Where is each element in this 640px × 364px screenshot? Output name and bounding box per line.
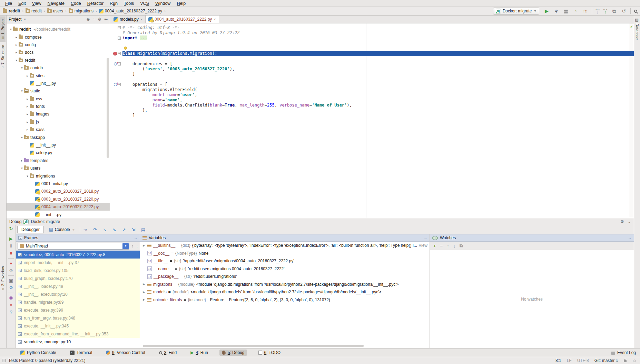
collapse-all-icon[interactable]: ÷ (93, 17, 95, 22)
tree-item-__init__-py[interactable]: __init__.py (7, 141, 110, 149)
toolwindow-switcher-icon[interactable] (2, 359, 6, 362)
toolwindow-button-3-find[interactable]: 3: Find (157, 350, 179, 356)
thread-select[interactable]: MainThread ▼ (18, 243, 129, 250)
variable-row[interactable]: 18__name__ = {str} 'reddit.users.migrati… (140, 265, 430, 273)
frame-row[interactable]: handle, migrate.py:89 (16, 298, 140, 306)
stripe-item-7-structure[interactable]: ⁖7: Structure (0, 42, 6, 70)
stripe-item-1-project[interactable]: ▤1: Project (0, 16, 6, 42)
frame-row[interactable]: __init__, executor.py:20 (16, 290, 140, 298)
tree-expand-arrow[interactable]: ▸ (25, 128, 30, 131)
tree-expand-arrow[interactable]: ▸ (25, 97, 30, 101)
tree-item-migrations[interactable]: ▾migrations (7, 172, 110, 180)
toolwindow-button-6-todo[interactable]: 6: TODO (256, 350, 283, 356)
editor-tab-models-py[interactable]: models.py× (111, 16, 146, 23)
next-frame-button[interactable]: ↓ (136, 244, 138, 249)
tree-expand-arrow[interactable]: ▸ (14, 36, 19, 39)
pause-button[interactable]: ‖ (10, 244, 12, 249)
search-everywhere-icon[interactable] (634, 10, 637, 13)
tree-item-contrib[interactable]: ▾contrib (7, 64, 110, 72)
view-breakpoints-button[interactable]: ● (10, 261, 12, 266)
code-line[interactable]: # Generated by Django 1.9.4 on 2016-03-2… (110, 30, 634, 36)
variable-row[interactable]: 18__doc__ = {NoneType} None (140, 250, 430, 257)
tree-item-images[interactable]: ▸images (7, 110, 110, 118)
tree-item-compose[interactable]: ▸compose (7, 33, 110, 41)
menu-vcs[interactable]: VCS (137, 1, 152, 6)
hide-icon[interactable]: ⌄ (628, 219, 631, 224)
menu-view[interactable]: View (29, 1, 45, 6)
previous-frame-button[interactable]: ↑ (131, 244, 134, 249)
menu-run[interactable]: Run (107, 1, 121, 6)
frame-row[interactable]: load_disk, loader.py:105 (16, 266, 140, 274)
variable-expand-arrow[interactable]: ▶ (142, 291, 146, 294)
tree-item-static[interactable]: ▾static (7, 87, 110, 95)
run-with-coverage-button[interactable]: ▦ (563, 8, 569, 14)
tree-item-0002_auto_20160327_2018-py[interactable]: 0002_auto_20160327_2018.py (7, 188, 110, 195)
lock-icon[interactable] (624, 360, 627, 362)
settings-button[interactable]: ⚙ (9, 285, 13, 290)
tree-expand-arrow[interactable]: ▾ (20, 166, 24, 170)
vcs-branch[interactable]: Git: master (594, 358, 615, 363)
frame-row[interactable]: import_module, __init__.py:37 (16, 259, 140, 266)
frame-row[interactable]: execute, base.py:399 (16, 306, 140, 314)
hide-icon[interactable]: ⇤ (104, 17, 108, 22)
tree-item-fonts[interactable]: ▸fonts (7, 103, 110, 110)
frame-row[interactable]: <module>, 0004_auto_20160327_2222.py:8 (16, 251, 140, 259)
close-tab-icon[interactable]: × (140, 17, 142, 21)
tree-item-sass[interactable]: ▸sass (7, 126, 110, 133)
restore-layout-button[interactable]: ▣ (9, 278, 13, 283)
tree-expand-arrow[interactable]: ▸ (14, 43, 19, 47)
duplicate-watch-button[interactable]: ⧉ (460, 243, 463, 249)
chevron-down-icon[interactable]: ▼ (23, 18, 26, 21)
tree-expand-arrow[interactable]: ▾ (25, 174, 30, 178)
add-watch-button[interactable]: + (433, 243, 436, 249)
code-line[interactable]: −# -*- coding: utf-8 -*- (110, 25, 634, 30)
scroll-from-source-icon[interactable]: ⊕ (87, 17, 90, 22)
toolwindow-button-5-debug[interactable]: 5: Debug (219, 350, 247, 356)
stripe-item-database[interactable]: ▤Database (634, 16, 640, 42)
tree-item-sites[interactable]: ▸sites (7, 72, 110, 79)
tree-item-templates[interactable]: ▸templates (7, 157, 110, 164)
frame-row[interactable]: __init__, loader.py:49 (16, 282, 140, 290)
help-button[interactable]: ? (10, 310, 12, 315)
tree-item-0004_auto_20160327_2222-py[interactable]: 0004_auto_20160327_2222.py (7, 203, 110, 211)
step-out-button[interactable]: ↗ (120, 227, 128, 232)
menu-file[interactable]: File (2, 1, 15, 6)
tree-item-config[interactable]: ▸config (7, 41, 110, 49)
menu-navigate[interactable]: Navigate (45, 1, 68, 6)
push-button[interactable]: ⧉ (611, 8, 617, 14)
rerun-button[interactable]: ↻ (9, 226, 13, 231)
project-scrollbar[interactable] (107, 58, 109, 158)
tree-item-0001_initial-py[interactable]: 0001_initial.py (7, 180, 110, 188)
code-line[interactable]: ] (110, 113, 634, 118)
override-marker-icon[interactable] (114, 83, 117, 86)
stripe-item-2-favorites[interactable]: ✭2: Favorites (0, 264, 6, 293)
current-execution-line[interactable]: −class Migration(migrations.Migration): (110, 51, 634, 56)
vcs-commit-button[interactable]: VCS↑ (603, 9, 608, 13)
fold-collapse-icon[interactable]: − (118, 52, 121, 55)
line-ending-indicator[interactable]: LF (567, 358, 572, 363)
settings-icon[interactable]: ⚙ (620, 219, 624, 224)
variable-row[interactable]: 18__package__ = {str} 'reddit.users.migr… (140, 273, 430, 281)
toolwindow-button-9-version-control[interactable]: 9: Version Control (104, 350, 147, 356)
toolwindow-button-4-run[interactable]: ▶4: Run (188, 350, 210, 356)
tree-item-taskapp[interactable]: ▾taskapp (7, 133, 110, 141)
menu-help[interactable]: Help (174, 1, 189, 6)
tree-item-users[interactable]: ▾users (7, 164, 110, 172)
fold-collapse-icon[interactable]: − (118, 26, 121, 29)
code-line[interactable]: − dependencies = [ (110, 61, 634, 67)
frame-row[interactable]: execute_from_command_line, __init__.py:3… (16, 330, 140, 338)
step-over-button[interactable]: ↷ (91, 227, 99, 232)
run-button[interactable]: ▶ (543, 8, 550, 14)
variable-expand-arrow[interactable]: ▶ (142, 298, 146, 301)
stop-button[interactable]: ■ (10, 251, 12, 256)
breadcrumb-item[interactable]: reddit (2, 8, 21, 14)
tree-expand-arrow[interactable]: ▾ (9, 28, 13, 31)
code-line[interactable]: name='name', (110, 98, 634, 103)
encoding-indicator[interactable]: UTF-8 (577, 358, 589, 363)
tree-expand-arrow[interactable]: ▾ (14, 59, 19, 62)
editor-body[interactable]: ✔ −# -*- coding: utf-8 -*-# Generated by… (110, 23, 634, 218)
fold-expand-icon[interactable]: + (118, 37, 121, 40)
menu-window[interactable]: Window (152, 1, 174, 6)
run-to-cursor-button[interactable]: ⇲ (130, 227, 137, 232)
close-button[interactable]: × (10, 303, 12, 307)
